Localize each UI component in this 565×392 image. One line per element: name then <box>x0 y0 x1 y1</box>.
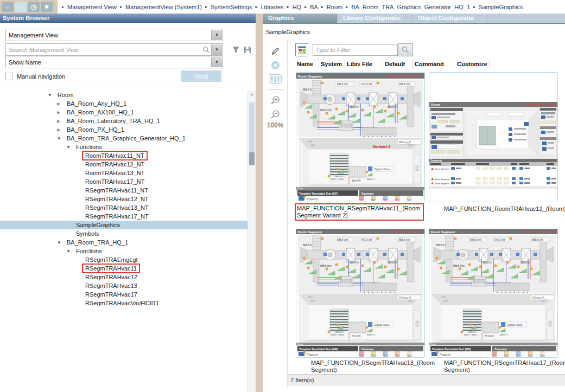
tree-item[interactable]: RSegmTRAEmgLgt <box>0 255 247 264</box>
back-button[interactable]: ← <box>2 2 14 12</box>
thumbnail-rsegmtrahvac17[interactable] <box>429 228 558 358</box>
forward-button[interactable]: → <box>15 2 27 12</box>
expander-icon[interactable]: ▶ <box>57 127 65 132</box>
breadcrumb-separator-icon: ▸ <box>473 4 475 9</box>
search-options-chevron-icon[interactable]: ▼ <box>211 44 222 55</box>
close-icon <box>271 61 280 70</box>
apply-filter-button[interactable] <box>398 43 413 56</box>
edit-button[interactable] <box>263 44 288 58</box>
breadcrumb-item[interactable]: HQ <box>293 4 302 10</box>
column-header[interactable]: Library <box>345 59 360 69</box>
chevron-down-icon[interactable]: ▼ <box>211 30 222 40</box>
display-mode-dropdown[interactable]: Show Name ▼ <box>5 56 223 68</box>
tree-item[interactable]: RSegmTRAHvac12 <box>0 273 247 281</box>
breadcrumb-item[interactable]: SystemSettings <box>211 4 252 10</box>
tab-object-configurator[interactable]: Object Configurator <box>412 14 487 23</box>
expander-icon[interactable]: ▼ <box>66 249 74 254</box>
expander-icon[interactable]: ▼ <box>57 240 65 245</box>
tree-item[interactable]: RSegmTRAHvac12_NT <box>0 195 247 203</box>
tree-item-label: BA_Room_TRA_Graphics_Generator_HQ_1 <box>65 134 188 142</box>
tree-item[interactable]: Symbols <box>0 229 247 238</box>
column-header[interactable]: File <box>360 59 383 69</box>
scroll-up-icon[interactable]: ▲ <box>248 91 256 97</box>
thumbnail-roomtrahvac12[interactable] <box>429 72 558 202</box>
search-icon[interactable] <box>200 44 211 55</box>
thumbnail-rsegmtrahvac11[interactable]: Variant 2 <box>296 72 425 202</box>
tree-item-label: BA_Room_Any_HQ_1 <box>65 100 129 107</box>
expander-icon[interactable]: ▼ <box>57 136 65 141</box>
expander-icon[interactable]: ▶ <box>57 119 65 124</box>
expander-icon[interactable]: ▶ <box>57 101 65 106</box>
thumbnail-caption[interactable]: MAP_FUNCTION_RSegmTRAHvac17_(Room Segmen… <box>429 359 557 374</box>
breadcrumb-item[interactable]: Management View <box>67 4 117 10</box>
column-header[interactable]: Name <box>295 59 319 69</box>
tree-item[interactable]: RSegmTRAHvacVavFlCtl11 <box>0 299 247 307</box>
history-button[interactable]: ◷ <box>28 2 40 12</box>
tree-item[interactable]: RoomTRAHvac13_NT <box>0 169 247 177</box>
favorites-button[interactable]: ★ <box>41 2 53 12</box>
tab-graphics[interactable]: Graphics <box>263 14 338 23</box>
send-button[interactable]: Send <box>181 70 221 82</box>
zoom-in-button[interactable] <box>263 93 288 107</box>
breadcrumb-item[interactable]: Room <box>327 4 342 10</box>
breadcrumb-item[interactable]: BA <box>310 4 318 10</box>
manual-navigation-checkbox[interactable] <box>5 73 13 80</box>
settings-button[interactable] <box>263 72 288 86</box>
tree-item[interactable]: ▼ Room <box>0 91 247 99</box>
tree-item[interactable]: ▶ BA_Room_Any_HQ_1 <box>0 99 247 108</box>
tree-item[interactable]: RSegmTRAHvac13 <box>0 281 247 290</box>
view-selector-dropdown[interactable]: Management View ▼ <box>5 29 223 41</box>
tree-item[interactable]: RSegmTRAHvac11_NT <box>0 186 247 195</box>
tree-item[interactable]: RSegmTRAHvac13_NT <box>0 203 247 212</box>
chevron-down-icon[interactable]: ▼ <box>211 57 222 67</box>
tree-scrollbar[interactable]: ▲ ▼ <box>247 91 256 392</box>
tree-item[interactable]: RSegmTRAHvac11 <box>0 264 247 273</box>
tree-item[interactable]: RSegmTRAHvac17 <box>0 290 247 299</box>
top-navigation-bar: ← → ◷ ★ ▸ Management View ▸ ManagementVi… <box>0 0 565 14</box>
expander-icon[interactable]: ▼ <box>48 93 55 98</box>
column-header[interactable]: System <box>319 59 345 69</box>
tree-item[interactable]: ▼ Functions <box>0 247 247 255</box>
tree-item[interactable]: ▼ Functions <box>0 143 247 151</box>
column-header[interactable]: Customize <box>455 59 490 69</box>
tree-item-label: RoomTRAHvac17_NT <box>83 178 147 185</box>
tree-item[interactable]: RoomTRAHvac12_NT <box>0 160 247 169</box>
system-browser-panel: System Browser Management View ▼ ▼ Show … <box>0 14 256 392</box>
tree-item[interactable]: RoomTRAHvac17_NT <box>0 177 247 186</box>
thumbnail-caption[interactable]: MAP_FUNCTION_RSegmTRAHvac11_(Room Segmen… <box>296 204 423 220</box>
tab-library-configurator[interactable]: Library Configurator <box>338 14 412 23</box>
save-icon[interactable] <box>242 44 253 55</box>
thumbnail-caption[interactable]: MAP_FUNCTION_RSegmTRAHvac13_(Room Segmen… <box>296 359 424 374</box>
delete-button[interactable] <box>263 58 288 72</box>
filter-icon[interactable] <box>230 44 241 55</box>
tree-item[interactable]: RoomTRAHvac11_NT <box>0 151 247 160</box>
search-input[interactable] <box>6 46 200 54</box>
zoom-out-button[interactable] <box>263 107 288 121</box>
breadcrumb-item[interactable]: Libraries <box>261 4 283 10</box>
tree-item[interactable]: ▼ BA_Room_TRA_HQ_1 <box>0 238 247 247</box>
tree-item[interactable]: ▶ BA_Room_Laboratory_TRA_HQ_1 <box>0 117 247 125</box>
tree-item[interactable]: ▶ BA_Room_PX_HQ_1 <box>0 125 247 134</box>
expander-icon[interactable]: ▶ <box>57 110 65 115</box>
tree-item[interactable]: SampleGraphics <box>0 221 247 229</box>
expander-icon[interactable]: ▼ <box>66 145 74 150</box>
tree-item[interactable]: RSegmTRAHvac17_NT <box>0 212 247 221</box>
tree-item[interactable]: ▶ BA_Room_AX100_HQ_1 <box>0 108 247 117</box>
manual-navigation-label: Manual navigation <box>17 73 65 80</box>
filter-input[interactable] <box>313 44 398 56</box>
tree-item-label: Functions <box>74 143 104 151</box>
column-header[interactable]: Default <box>383 59 413 69</box>
tree-item-label: RSegmTRAHvac13 <box>83 282 139 290</box>
thumbnail-caption[interactable]: MAP_FUNCTION_RoomTRAHvac12_(Room) <box>429 205 557 213</box>
breadcrumb-item[interactable]: BA_Room_TRA_Graphics_Generator_HQ_1 <box>351 4 470 10</box>
thumbnail-view-button[interactable] <box>295 43 308 56</box>
column-header[interactable]: Command <box>413 59 455 69</box>
tree-item-label: RSegmTRAHvac11_NT <box>83 187 150 194</box>
panel-splitter[interactable] <box>256 14 263 392</box>
breadcrumb-item[interactable]: ManagementView (System1) <box>125 4 202 10</box>
breadcrumb-item[interactable]: SampleGraphics <box>479 4 523 10</box>
thumbnail-rsegmtrahvac13[interactable] <box>296 228 425 358</box>
search-icon <box>402 46 409 54</box>
tree-item[interactable]: ▼ BA_Room_TRA_Graphics_Generator_HQ_1 <box>0 134 247 143</box>
scrollbar-thumb[interactable] <box>249 102 255 152</box>
